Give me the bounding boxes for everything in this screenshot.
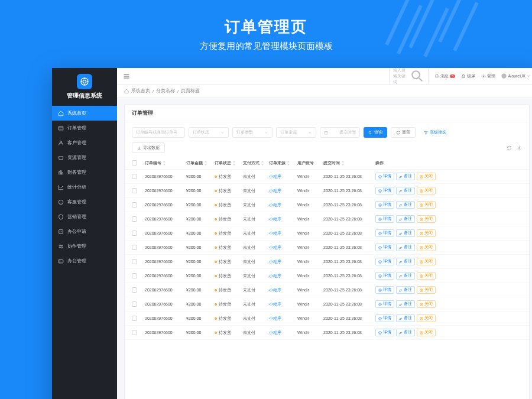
row-checkbox[interactable] bbox=[132, 231, 137, 236]
close-button[interactable]: 关闭 bbox=[417, 201, 436, 209]
close-button[interactable]: 关闭 bbox=[417, 215, 436, 223]
advanced-filter-button[interactable]: 高级筛选 bbox=[419, 127, 451, 138]
filter-status[interactable]: 订单状态 bbox=[189, 127, 229, 138]
note-button[interactable]: 备注 bbox=[396, 215, 415, 223]
cell-source[interactable]: 小程序 bbox=[269, 273, 297, 279]
cell-source[interactable]: 小程序 bbox=[269, 174, 297, 180]
refresh-icon[interactable] bbox=[507, 145, 512, 151]
cell-source[interactable]: 小程序 bbox=[269, 202, 297, 208]
topbar-user[interactable]: AisureUX bbox=[501, 73, 531, 79]
filter-source[interactable]: 订单来源 bbox=[276, 127, 316, 138]
cell-source[interactable]: 小程序 bbox=[269, 287, 297, 293]
detail-button[interactable]: 详情 bbox=[375, 244, 394, 251]
close-button[interactable]: 关闭 bbox=[417, 229, 436, 237]
nav-item[interactable]: 客服管理 bbox=[52, 194, 117, 209]
close-button[interactable]: 关闭 bbox=[417, 300, 436, 308]
close-button[interactable]: 关闭 bbox=[417, 272, 436, 280]
note-button[interactable]: 备注 bbox=[396, 173, 415, 180]
detail-button[interactable]: 详情 bbox=[375, 300, 394, 308]
detail-button[interactable]: 详情 bbox=[375, 329, 394, 336]
nav-item[interactable]: 系统首页 bbox=[52, 106, 117, 121]
cell-source[interactable]: 小程序 bbox=[269, 188, 297, 194]
row-checkbox[interactable] bbox=[132, 330, 137, 335]
note-button[interactable]: 备注 bbox=[396, 229, 415, 237]
cell-source[interactable]: 小程序 bbox=[269, 231, 297, 236]
close-button[interactable]: 关闭 bbox=[417, 286, 436, 294]
close-button[interactable]: 关闭 bbox=[417, 244, 436, 251]
cell-source[interactable]: 小程序 bbox=[269, 316, 297, 322]
nav-item[interactable]: 订单管理 bbox=[52, 121, 117, 135]
note-button[interactable]: 备注 bbox=[396, 314, 415, 322]
detail-button[interactable]: 详情 bbox=[375, 187, 394, 194]
cell-source[interactable]: 小程序 bbox=[269, 301, 297, 307]
close-button[interactable]: 关闭 bbox=[417, 314, 436, 322]
note-button[interactable]: 备注 bbox=[396, 272, 415, 280]
topbar-admin[interactable]: 管理 bbox=[481, 73, 495, 79]
reset-button[interactable]: 重置 bbox=[391, 127, 416, 138]
note-button[interactable]: 备注 bbox=[396, 187, 415, 194]
sort-icon[interactable] bbox=[261, 161, 264, 166]
nav-item[interactable]: 统计分析 bbox=[52, 180, 117, 194]
note-button[interactable]: 备注 bbox=[396, 329, 415, 336]
note-button[interactable]: 备注 bbox=[396, 300, 415, 308]
topbar-search[interactable]: 输入搜索关键词 bbox=[389, 68, 429, 87]
row-checkbox[interactable] bbox=[132, 273, 137, 278]
row-checkbox[interactable] bbox=[132, 188, 137, 193]
breadcrumb-item[interactable]: 分类名称 bbox=[156, 88, 175, 94]
detail-button[interactable]: 详情 bbox=[375, 215, 394, 223]
close-button[interactable]: 关闭 bbox=[417, 173, 436, 180]
close-button[interactable]: 关闭 bbox=[417, 258, 436, 265]
row-checkbox[interactable] bbox=[132, 202, 137, 207]
cell-source[interactable]: 小程序 bbox=[269, 216, 297, 222]
row-checkbox[interactable] bbox=[132, 316, 137, 321]
nav-item[interactable]: 协作管理 bbox=[52, 239, 117, 254]
topbar-messages[interactable]: 消息 5 bbox=[434, 73, 455, 79]
detail-button[interactable]: 详情 bbox=[375, 173, 394, 180]
nav-item[interactable]: 财务管理 bbox=[52, 165, 117, 180]
nav-item[interactable]: 营销管理 bbox=[52, 209, 117, 224]
row-checkbox[interactable] bbox=[132, 301, 137, 307]
row-checkbox[interactable] bbox=[132, 259, 137, 264]
nav-item[interactable]: 客户管理 bbox=[52, 135, 117, 150]
row-checkbox[interactable] bbox=[132, 174, 137, 179]
cell-source[interactable]: 小程序 bbox=[269, 259, 297, 265]
detail-button[interactable]: 详情 bbox=[375, 258, 394, 265]
sort-icon[interactable] bbox=[204, 161, 207, 166]
export-button[interactable]: 导出数据 bbox=[132, 142, 165, 153]
row-checkbox[interactable] bbox=[132, 287, 137, 293]
cell-actions: 详情备注关闭 bbox=[375, 272, 522, 280]
filter-order-no[interactable]: 订单编号或商品订单号 bbox=[132, 127, 185, 138]
sort-icon[interactable] bbox=[287, 161, 290, 166]
note-button[interactable]: 备注 bbox=[396, 258, 415, 265]
sort-icon[interactable] bbox=[232, 161, 236, 166]
sort-icon[interactable] bbox=[341, 161, 345, 166]
note-button[interactable]: 备注 bbox=[396, 286, 415, 294]
menu-toggle-icon[interactable] bbox=[123, 73, 130, 80]
cell-user: Windir bbox=[297, 316, 323, 320]
close-button[interactable]: 关闭 bbox=[417, 187, 436, 194]
sort-icon[interactable] bbox=[163, 161, 166, 166]
filter-type[interactable]: 订单类型 bbox=[232, 127, 273, 138]
detail-button[interactable]: 详情 bbox=[375, 314, 394, 322]
cell-source[interactable]: 小程序 bbox=[269, 330, 297, 336]
settings-icon[interactable] bbox=[517, 145, 522, 151]
row-checkbox[interactable] bbox=[132, 216, 137, 222]
filter-time[interactable]: 提交时间 bbox=[320, 127, 360, 138]
cell-source[interactable]: 小程序 bbox=[269, 245, 297, 251]
topbar-lock[interactable]: 锁屏 bbox=[461, 73, 475, 79]
detail-button[interactable]: 详情 bbox=[375, 229, 394, 237]
close-button[interactable]: 关闭 bbox=[417, 329, 436, 336]
note-button[interactable]: 备注 bbox=[396, 201, 415, 209]
search-button[interactable]: 查询 bbox=[364, 127, 387, 138]
nav-item[interactable]: 办公申请 bbox=[52, 224, 117, 239]
nav-item[interactable]: 办公管理 bbox=[52, 254, 117, 268]
detail-button[interactable]: 详情 bbox=[375, 272, 394, 280]
detail-button[interactable]: 详情 bbox=[375, 286, 394, 294]
detail-button[interactable]: 详情 bbox=[375, 201, 394, 209]
select-all-checkbox[interactable] bbox=[132, 160, 137, 166]
note-button[interactable]: 备注 bbox=[396, 244, 415, 251]
breadcrumb-item[interactable]: 系统首页 bbox=[131, 88, 150, 94]
row-checkbox[interactable] bbox=[132, 245, 137, 250]
topbar: 输入搜索关键词 消息 5 锁屏 管理 Aisu bbox=[117, 68, 532, 85]
nav-item[interactable]: 资源管理 bbox=[52, 150, 117, 165]
